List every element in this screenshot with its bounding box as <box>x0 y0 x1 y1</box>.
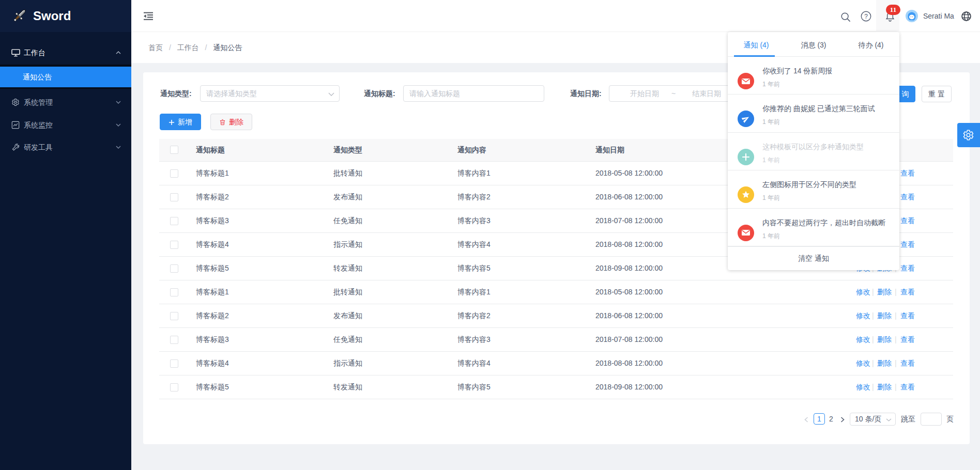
svg-text:?: ? <box>864 13 868 20</box>
